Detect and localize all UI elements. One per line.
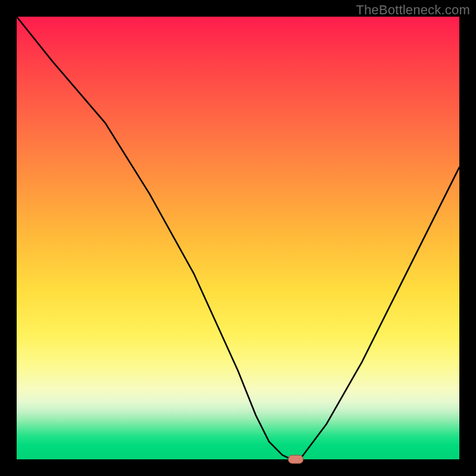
curve-path [17, 17, 459, 459]
watermark-text: TheBottleneck.com [356, 2, 470, 18]
plot-area [17, 17, 459, 459]
chart-frame: TheBottleneck.com [0, 0, 476, 476]
bottleneck-curve [17, 17, 459, 459]
optimal-marker [288, 455, 303, 464]
